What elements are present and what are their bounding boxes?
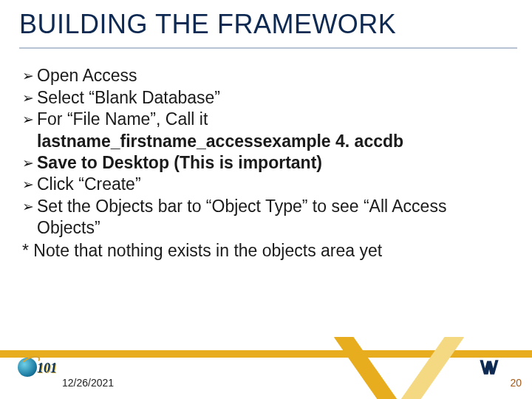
chevron-decoration [347,337,436,399]
footnote-text: * Note that nothing exists in the object… [22,240,505,262]
arrow-icon: ➢ [22,174,37,196]
bullet-item: ➢ Open Access [22,65,505,87]
slide-body: ➢ Open Access ➢ Select “Blank Database” … [22,65,505,262]
bullet-text-bold: lastname_firstname_accessexample 4. accd… [37,131,505,152]
slide-title: BUILDING THE FRAMEWORK [19,9,517,49]
footnote: * Note that nothing exists in the object… [22,240,505,262]
course-logo-icon: 101 [18,355,58,378]
arrow-icon: ➢ [22,196,37,218]
footer-date: 12/26/2021 [62,377,114,389]
footer: 101 12/26/2021 20 [0,337,532,399]
bullet-text: For “File Name”, Call it [37,109,505,130]
slide: BUILDING THE FRAMEWORK ➢ Open Access ➢ S… [0,0,532,399]
arrow-icon: ➢ [22,87,37,109]
arrow-icon: ➢ [22,109,37,131]
bullet-text-bold: Save to Desktop (This is important) [37,152,505,174]
arrow-icon: ➢ [22,65,37,87]
bullet-text: Open Access [37,65,505,86]
arrow-icon: ➢ [22,152,37,174]
wv-logo-icon [479,358,499,377]
bullet-text-lead: For “File Name”, Call it [37,109,208,129]
indent-spacer [22,131,37,132]
page-number: 20 [510,377,522,389]
bullet-text: Click “Create” [37,174,505,195]
bullet-continuation: lastname_firstname_accessexample 4. accd… [22,131,505,152]
bullet-item: ➢ Click “Create” [22,174,505,196]
bullet-item: ➢ Set the Objects bar to “Object Type” t… [22,196,505,239]
bullet-text: Set the Objects bar to “Object Type” to … [37,196,505,239]
bullet-item: ➢ Save to Desktop (This is important) [22,152,505,174]
bullet-text: Select “Blank Database” [37,87,505,109]
bullet-item: ➢ For “File Name”, Call it [22,109,505,131]
course-logo-text: 101 [37,361,57,376]
bullet-item: ➢ Select “Blank Database” [22,87,505,109]
